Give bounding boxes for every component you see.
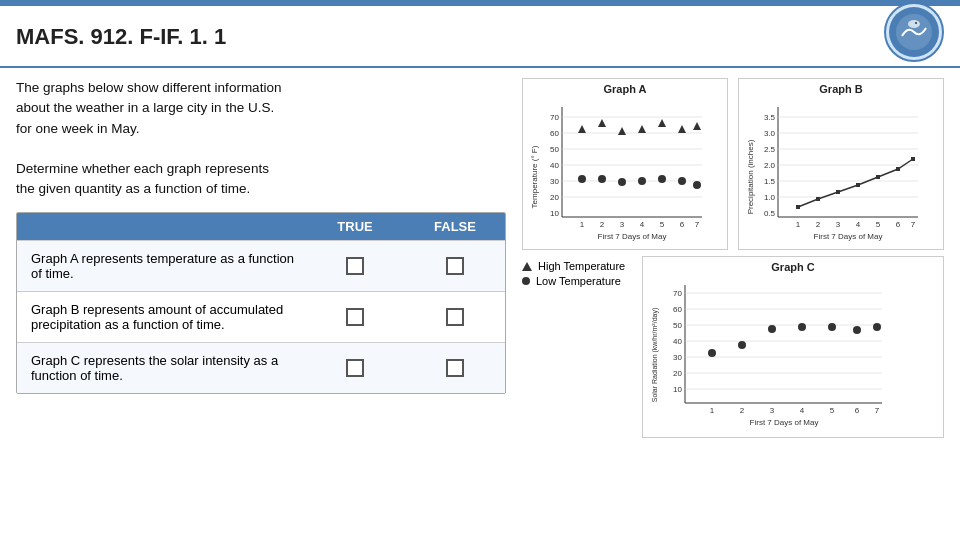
low-temp-icon bbox=[522, 277, 530, 285]
checkbox-false-3[interactable] bbox=[446, 359, 464, 377]
svg-text:7: 7 bbox=[911, 220, 916, 229]
svg-text:6: 6 bbox=[896, 220, 901, 229]
graph-b-title: Graph B bbox=[743, 83, 939, 95]
svg-point-3 bbox=[915, 22, 917, 24]
graph-a-svg: Temperature (° F) 70 60 50 40 bbox=[527, 97, 712, 242]
svg-point-102 bbox=[828, 323, 836, 331]
svg-text:0.5: 0.5 bbox=[764, 209, 776, 218]
svg-text:First 7 Days of May: First 7 Days of May bbox=[598, 232, 667, 241]
svg-text:2: 2 bbox=[600, 220, 605, 229]
svg-text:1.5: 1.5 bbox=[764, 177, 776, 186]
svg-point-38 bbox=[638, 177, 646, 185]
svg-text:70: 70 bbox=[550, 113, 559, 122]
svg-text:2: 2 bbox=[816, 220, 821, 229]
svg-marker-29 bbox=[598, 119, 606, 127]
checkbox-false-1[interactable] bbox=[446, 257, 464, 275]
graphs-bottom-row: High Temperature Low Temperature Graph C… bbox=[522, 256, 944, 438]
legend-high-temp-label: High Temperature bbox=[538, 260, 625, 272]
row3-false-checkbox[interactable] bbox=[405, 343, 505, 393]
graphs-top-row: Graph A Temperature (° F) 70 bbox=[522, 78, 944, 250]
svg-text:50: 50 bbox=[550, 145, 559, 154]
svg-text:Solar Radiation (kw/hr/m²/day): Solar Radiation (kw/hr/m²/day) bbox=[651, 308, 659, 403]
svg-text:3: 3 bbox=[836, 220, 841, 229]
svg-text:5: 5 bbox=[876, 220, 881, 229]
svg-text:4: 4 bbox=[856, 220, 861, 229]
row1-label: Graph A represents temperature as a func… bbox=[17, 241, 305, 291]
svg-text:3: 3 bbox=[770, 406, 775, 415]
svg-text:Precipitation (inches): Precipitation (inches) bbox=[746, 139, 755, 214]
desc-line5: the given quantity as a function of time… bbox=[16, 181, 250, 196]
svg-text:1: 1 bbox=[710, 406, 715, 415]
logo bbox=[884, 2, 944, 62]
row3-label: Graph C represents the solar intensity a… bbox=[17, 343, 305, 393]
legend-high-temp: High Temperature bbox=[522, 260, 632, 272]
svg-marker-31 bbox=[638, 125, 646, 133]
svg-text:4: 4 bbox=[640, 220, 645, 229]
graph-c-svg: Solar Radiation (kw/hr/m²/day) 70 60 50 … bbox=[647, 275, 892, 430]
svg-point-36 bbox=[598, 175, 606, 183]
svg-point-35 bbox=[578, 175, 586, 183]
svg-text:7: 7 bbox=[875, 406, 880, 415]
table-row: Graph C represents the solar intensity a… bbox=[17, 342, 505, 393]
legend-low-temp-label: Low Temperature bbox=[536, 275, 621, 287]
svg-text:5: 5 bbox=[830, 406, 835, 415]
desc-line3: for one week in May. bbox=[16, 121, 140, 136]
right-panel: Graph A Temperature (° F) 70 bbox=[522, 78, 944, 532]
header-true: TRUE bbox=[305, 213, 405, 240]
graph-b-svg: Precipitation (inches) 3.5 3.0 2.5 2.0 1… bbox=[743, 97, 928, 242]
svg-text:6: 6 bbox=[680, 220, 685, 229]
svg-text:2.5: 2.5 bbox=[764, 145, 776, 154]
svg-text:Temperature (° F): Temperature (° F) bbox=[530, 145, 539, 208]
svg-point-101 bbox=[798, 323, 806, 331]
svg-point-99 bbox=[738, 341, 746, 349]
desc-line2: about the weather in a large city in the… bbox=[16, 100, 274, 115]
checkbox-true-1[interactable] bbox=[346, 257, 364, 275]
left-panel: The graphs below show different informat… bbox=[16, 78, 506, 532]
svg-text:60: 60 bbox=[673, 305, 682, 314]
svg-rect-68 bbox=[836, 190, 840, 194]
svg-marker-28 bbox=[578, 125, 586, 133]
svg-text:6: 6 bbox=[855, 406, 860, 415]
answer-table: TRUE FALSE Graph A represents temperatur… bbox=[16, 212, 506, 394]
table-row: Graph A represents temperature as a func… bbox=[17, 240, 505, 291]
row2-label: Graph B represents amount of accumulated… bbox=[17, 292, 305, 342]
svg-text:10: 10 bbox=[550, 209, 559, 218]
svg-point-41 bbox=[693, 181, 701, 189]
row1-true-checkbox[interactable] bbox=[305, 241, 405, 291]
svg-rect-70 bbox=[876, 175, 880, 179]
svg-text:First 7 Days of May: First 7 Days of May bbox=[750, 418, 819, 427]
svg-text:30: 30 bbox=[550, 177, 559, 186]
svg-text:4: 4 bbox=[800, 406, 805, 415]
svg-text:20: 20 bbox=[550, 193, 559, 202]
svg-marker-32 bbox=[658, 119, 666, 127]
svg-point-40 bbox=[678, 177, 686, 185]
svg-text:3.5: 3.5 bbox=[764, 113, 776, 122]
svg-text:3.0: 3.0 bbox=[764, 129, 776, 138]
svg-text:70: 70 bbox=[673, 289, 682, 298]
legend-area: High Temperature Low Temperature bbox=[522, 256, 632, 438]
svg-text:1.0: 1.0 bbox=[764, 193, 776, 202]
svg-point-100 bbox=[768, 325, 776, 333]
table-row: Graph B represents amount of accumulated… bbox=[17, 291, 505, 342]
row1-false-checkbox[interactable] bbox=[405, 241, 505, 291]
checkbox-false-2[interactable] bbox=[446, 308, 464, 326]
svg-text:5: 5 bbox=[660, 220, 665, 229]
svg-rect-71 bbox=[896, 167, 900, 171]
row3-true-checkbox[interactable] bbox=[305, 343, 405, 393]
graph-a-box: Graph A Temperature (° F) 70 bbox=[522, 78, 728, 250]
row2-true-checkbox[interactable] bbox=[305, 292, 405, 342]
checkbox-true-3[interactable] bbox=[346, 359, 364, 377]
graph-c-title: Graph C bbox=[647, 261, 939, 273]
main-content: The graphs below show different informat… bbox=[0, 68, 960, 538]
svg-text:50: 50 bbox=[673, 321, 682, 330]
checkbox-true-2[interactable] bbox=[346, 308, 364, 326]
svg-marker-33 bbox=[678, 125, 686, 133]
svg-text:2.0: 2.0 bbox=[764, 161, 776, 170]
svg-text:2: 2 bbox=[740, 406, 745, 415]
svg-rect-72 bbox=[911, 157, 915, 161]
table-header: TRUE FALSE bbox=[17, 213, 505, 240]
svg-text:1: 1 bbox=[796, 220, 801, 229]
svg-text:20: 20 bbox=[673, 369, 682, 378]
legend-low-temp: Low Temperature bbox=[522, 275, 632, 287]
row2-false-checkbox[interactable] bbox=[405, 292, 505, 342]
